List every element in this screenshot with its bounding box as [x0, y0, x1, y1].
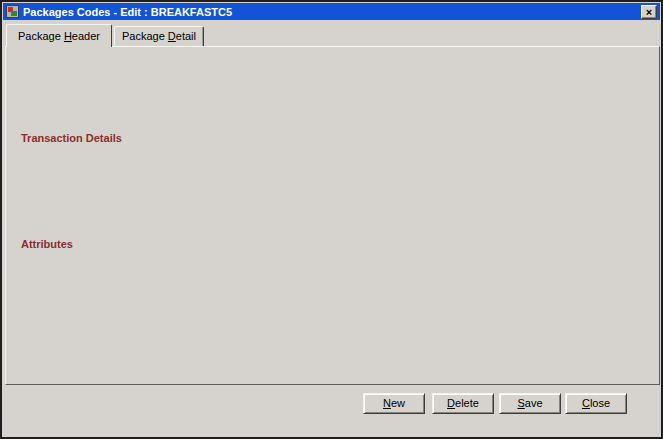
- btn-text: ave: [525, 397, 543, 409]
- btn-accel: C: [582, 397, 590, 409]
- btn-text: elete: [455, 397, 479, 409]
- btn-text: lose: [590, 397, 610, 409]
- tab-package-detail[interactable]: Package Detail: [114, 26, 204, 47]
- close-button[interactable]: Close: [565, 393, 627, 414]
- app-icon: [6, 5, 19, 18]
- tab-accel: H: [64, 30, 72, 42]
- tab-label: Package: [18, 30, 64, 42]
- btn-accel: D: [447, 397, 455, 409]
- attributes-title: Attributes: [18, 238, 76, 250]
- package-header-panel: [5, 46, 660, 385]
- delete-button[interactable]: Delete: [432, 393, 494, 414]
- save-button[interactable]: Save: [499, 393, 561, 414]
- window-title: Packages Codes - Edit : BREAKFASTC5: [23, 6, 637, 18]
- tab-accel: D: [168, 30, 176, 42]
- tab-label: etail: [176, 30, 196, 42]
- title-bar: Packages Codes - Edit : BREAKFASTC5 ×: [3, 3, 660, 20]
- tab-label: Package: [122, 30, 168, 42]
- transaction-details-title: Transaction Details: [18, 132, 125, 144]
- tab-package-header[interactable]: Package Header: [6, 24, 112, 47]
- btn-accel: N: [383, 397, 391, 409]
- new-button[interactable]: New: [363, 393, 425, 414]
- btn-text: ew: [391, 397, 405, 409]
- packages-codes-window: Packages Codes - Edit : BREAKFASTC5 × Pa…: [0, 0, 663, 439]
- close-icon[interactable]: ×: [641, 5, 657, 19]
- btn-accel: S: [517, 397, 524, 409]
- tab-label: eader: [72, 30, 100, 42]
